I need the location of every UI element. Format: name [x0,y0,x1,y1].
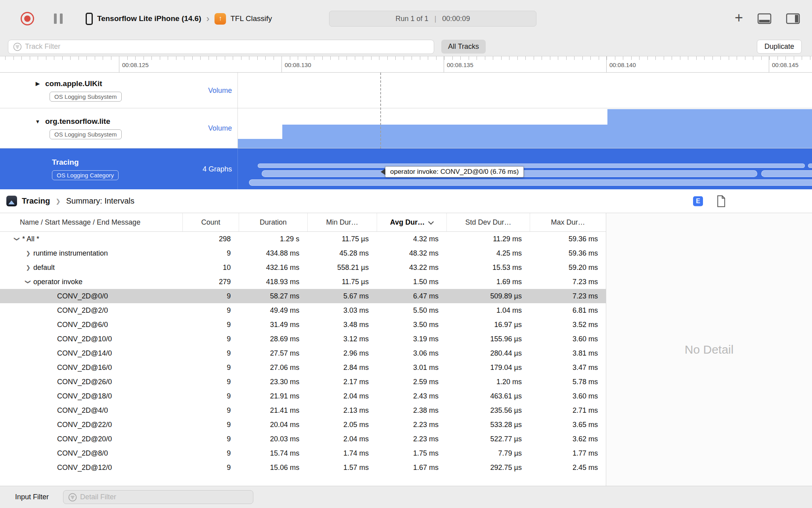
table-row[interactable]: CONV_2D@10/0 9 28.69 ms 3.12 ms 3.19 ms … [0,332,606,346]
row-std-dev-duration: 280.44 µs [446,346,530,360]
track-plot-tracing[interactable]: operator invoke: CONV_2D@0/0 (6.76 ms) [238,148,812,189]
row-count: 9 [182,318,239,332]
table-row[interactable]: CONV_2D@18/0 9 21.91 ms 2.04 ms 2.43 ms … [0,389,606,403]
table-row[interactable]: * All * 298 1.29 s 11.75 µs 4.32 ms 11.2… [0,232,606,246]
row-name: CONV_2D@12/0 [57,464,112,472]
target-app-name: TFL Classify [230,14,272,23]
column-header-count[interactable]: Count [182,213,239,231]
row-avg-duration: 3.50 ms [377,318,446,332]
row-min-duration: 2.96 ms [307,346,377,360]
duplicate-button[interactable]: Duplicate [757,40,802,54]
row-max-duration: 59.36 ms [530,232,606,246]
table-row[interactable]: CONV_2D@16/0 9 27.06 ms 2.84 ms 3.01 ms … [0,360,606,375]
document-icon[interactable] [716,195,726,207]
row-max-duration: 3.60 ms [530,389,606,403]
row-name: CONV_2D@2/0 [57,306,108,315]
table-row[interactable]: CONV_2D@8/0 9 15.74 ms 1.74 ms 1.75 ms 7… [0,446,606,460]
row-avg-duration: 3.06 ms [377,346,446,360]
row-min-duration: 1.74 ms [307,446,377,460]
row-duration: 31.49 ms [239,318,307,332]
row-min-duration: 11.75 µs [307,232,377,246]
table-row[interactable]: CONV_2D@4/0 9 21.41 ms 2.13 ms 2.38 ms 2… [0,403,606,418]
timeline-ruler[interactable]: 00:08.12500:08.13000:08.13500:08.14000:0… [0,56,812,73]
column-header-std[interactable]: Std Dev Dur… [446,213,530,231]
table-row[interactable]: default 10 432.16 ms 558.21 µs 43.22 ms … [0,260,606,275]
expanded-detail-icon[interactable]: E [693,196,703,206]
row-count: 298 [182,232,239,246]
disclosure-triangle-down-icon[interactable]: ▼ [33,119,42,125]
row-max-duration: 3.65 ms [530,418,606,432]
track-name: com.apple.UIKit [45,79,102,88]
column-header-min[interactable]: Min Dur… [307,213,377,231]
row-std-dev-duration: 155.96 µs [446,332,530,346]
row-name: CONV_2D@10/0 [57,335,112,343]
disclosure-triangle-right-icon[interactable]: ▶ [33,81,42,87]
row-max-duration: 7.23 ms [530,275,606,289]
pause-button[interactable] [54,13,63,24]
table-row[interactable]: CONV_2D@6/0 9 31.49 ms 3.48 ms 3.50 ms 1… [0,318,606,332]
row-min-duration: 3.12 ms [307,332,377,346]
track-plot-uikit[interactable] [238,73,812,108]
interval-capsule[interactable] [761,170,812,177]
disclosure-chevron-icon[interactable] [12,236,22,242]
row-max-duration: 3.60 ms [530,332,606,346]
breadcrumb-root[interactable]: Tracing [22,196,50,206]
row-duration: 21.41 ms [239,403,307,418]
detail-filter-input[interactable] [80,493,248,501]
row-name: CONV_2D@8/0 [57,449,108,458]
table-row[interactable]: CONV_2D@2/0 9 49.49 ms 3.03 ms 5.50 ms 1… [0,303,606,318]
track-filter[interactable] [8,40,434,54]
row-avg-duration: 48.32 ms [377,246,446,260]
table-row[interactable]: runtime instrumentation 9 434.88 ms 45.2… [0,246,606,260]
target-selector[interactable]: Tensorflow Lite iPhone (14.6) › ↑ TFL Cl… [86,13,272,25]
row-std-dev-duration: 522.77 µs [446,432,530,446]
table-row[interactable]: CONV_2D@0/0 9 58.27 ms 5.67 ms 6.47 ms 5… [0,289,606,303]
column-header-max[interactable]: Max Dur… [530,213,606,231]
all-tracks-button[interactable]: All Tracks [441,40,486,54]
add-instrument-button[interactable]: + [735,11,743,27]
breadcrumb-page[interactable]: Summary: Intervals [66,196,134,206]
row-std-dev-duration: 463.61 µs [446,389,530,403]
row-min-duration: 2.13 ms [307,403,377,418]
row-min-duration: 2.84 ms [307,360,377,375]
column-header-avg[interactable]: Avg Dur… [377,213,446,231]
track-uikit: ▶ com.apple.UIKit OS Logging Subsystem V… [0,73,812,108]
column-header-name[interactable]: Name / Start Message / End Message [0,213,182,231]
disclosure-chevron-icon[interactable] [23,264,33,271]
track-type-badge: OS Logging Subsystem [50,92,122,102]
row-name: CONV_2D@6/0 [57,321,108,329]
row-duration: 434.88 ms [239,246,307,260]
track-plot-tensorflow[interactable] [238,108,812,148]
row-count: 9 [182,360,239,375]
record-button[interactable] [21,12,34,25]
track-header-tensorflow[interactable]: ▼ org.tensorflow.lite OS Logging Subsyst… [0,108,238,148]
row-name: CONV_2D@26/0 [57,378,112,386]
table-row[interactable]: CONV_2D@26/0 9 23.30 ms 2.17 ms 2.59 ms … [0,375,606,389]
track-filter-input[interactable] [25,42,429,51]
table-row[interactable]: CONV_2D@12/0 9 15.06 ms 1.57 ms 1.67 ms … [0,460,606,475]
interval-capsule[interactable] [808,164,812,168]
table-row[interactable]: operator invoke 279 418.93 ms 11.75 µs 1… [0,275,606,289]
table-row[interactable]: CONV_2D@20/0 9 20.03 ms 2.04 ms 2.23 ms … [0,432,606,446]
row-min-duration: 2.17 ms [307,375,377,389]
track-header-uikit[interactable]: ▶ com.apple.UIKit OS Logging Subsystem V… [0,73,238,108]
toggle-bottom-pane-button[interactable] [757,13,772,24]
disclosure-chevron-icon[interactable] [23,250,33,256]
row-name: CONV_2D@22/0 [57,421,112,429]
interval-tooltip: operator invoke: CONV_2D@0/0 (6.76 ms) [385,166,524,177]
row-std-dev-duration: 509.89 µs [446,289,530,303]
row-name: CONV_2D@4/0 [57,406,108,415]
column-header-duration[interactable]: Duration [239,213,307,231]
interval-capsule[interactable] [258,164,805,168]
track-header-tracing[interactable]: Tracing OS Logging Category 4 Graphs [0,148,238,189]
detail-filter[interactable] [63,490,253,504]
row-avg-duration: 6.47 ms [377,289,446,303]
table-row[interactable]: CONV_2D@14/0 9 27.57 ms 2.96 ms 3.06 ms … [0,346,606,360]
table-row[interactable]: CONV_2D@22/0 9 20.04 ms 2.05 ms 2.23 ms … [0,418,606,432]
volume-bar [238,139,282,148]
row-std-dev-duration: 16.97 µs [446,318,530,332]
row-min-duration: 2.04 ms [307,432,377,446]
toggle-right-pane-button[interactable] [786,13,800,24]
disclosure-chevron-icon[interactable] [23,279,33,285]
interval-capsule[interactable] [249,179,812,186]
